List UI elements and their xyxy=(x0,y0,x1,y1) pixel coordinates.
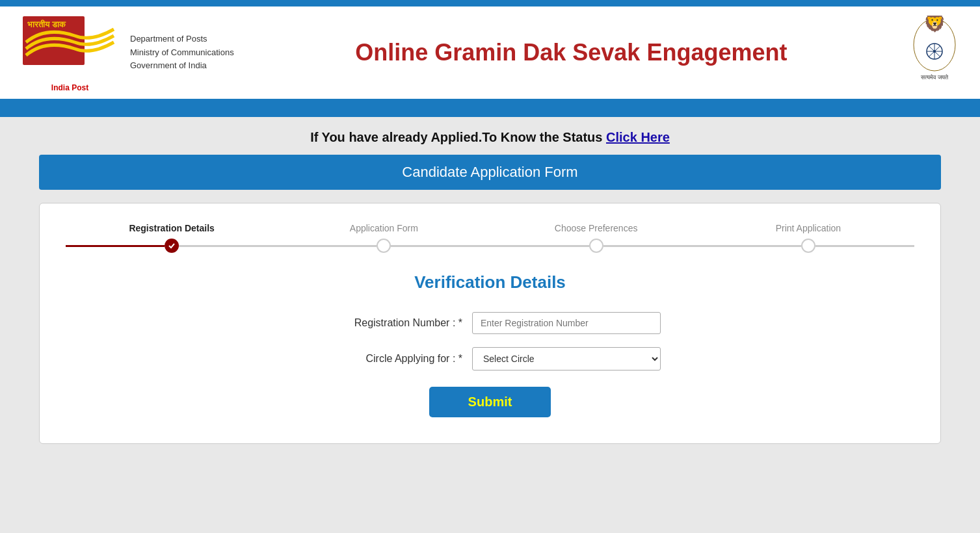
step-circle-3 xyxy=(589,239,603,253)
registration-number-label: Registration Number : * xyxy=(319,317,462,329)
india-post-logo: भारतीय डाक xyxy=(20,13,120,81)
click-here-link[interactable]: Click Here xyxy=(606,130,670,144)
registration-number-input[interactable] xyxy=(472,312,661,334)
india-post-label: India Post xyxy=(51,83,88,92)
verification-title: Verification Details xyxy=(66,272,914,292)
form-card: Registration Details Application Form Ch… xyxy=(39,203,941,444)
circle-applying-group: Circle Applying for : * Select Circle An… xyxy=(66,347,914,370)
step-label-print: Print Application xyxy=(702,223,914,233)
track-seg-4 xyxy=(815,245,914,247)
step-label-registration: Registration Details xyxy=(66,223,278,233)
government-emblem: 🦁 सत्यमेव जयते xyxy=(908,16,960,90)
registration-number-group: Registration Number : * xyxy=(66,312,914,334)
step-circle-1 xyxy=(165,239,179,253)
circle-applying-label: Circle Applying for : * xyxy=(319,353,462,365)
header-divider xyxy=(0,103,980,117)
submit-button[interactable]: Submit xyxy=(429,387,551,417)
stepper-track xyxy=(66,239,914,253)
page-title: Online Gramin Dak Sevak Engagement xyxy=(234,39,908,66)
track-seg-1 xyxy=(179,245,377,247)
track-seg-2 xyxy=(391,245,589,247)
step-circle-4 xyxy=(801,239,815,253)
svg-text:🦁: 🦁 xyxy=(923,16,946,33)
header-left: भारतीय डाक India Post Department of Post… xyxy=(20,13,234,92)
india-post-logo-container: भारतीय डाक India Post xyxy=(20,13,120,92)
status-bar: If You have already Applied.To Know the … xyxy=(39,130,941,145)
circle-select[interactable]: Select Circle Andhra Pradesh Assam Bihar… xyxy=(472,347,661,370)
step-label-preferences: Choose Preferences xyxy=(490,223,702,233)
track-seg-3 xyxy=(603,245,801,247)
stepper-container: Registration Details Application Form Ch… xyxy=(66,223,914,253)
stepper-labels: Registration Details Application Form Ch… xyxy=(66,223,914,233)
track-seg-0 xyxy=(66,245,165,247)
step-circle-2 xyxy=(377,239,391,253)
top-blue-bar xyxy=(0,0,980,6)
status-text: If You have already Applied.To Know the … xyxy=(310,130,606,144)
candidate-form-header: Candidate Application Form xyxy=(39,155,941,190)
svg-text:सत्यमेव जयते: सत्यमेव जयते xyxy=(920,73,949,81)
main-content: If You have already Applied.To Know the … xyxy=(0,117,980,457)
svg-text:भारतीय डाक: भारतीय डाक xyxy=(27,20,66,29)
dept-info: Department of Posts Ministry of Communic… xyxy=(130,32,234,73)
page-header: भारतीय डाक India Post Department of Post… xyxy=(0,6,980,103)
step-label-application: Application Form xyxy=(278,223,490,233)
